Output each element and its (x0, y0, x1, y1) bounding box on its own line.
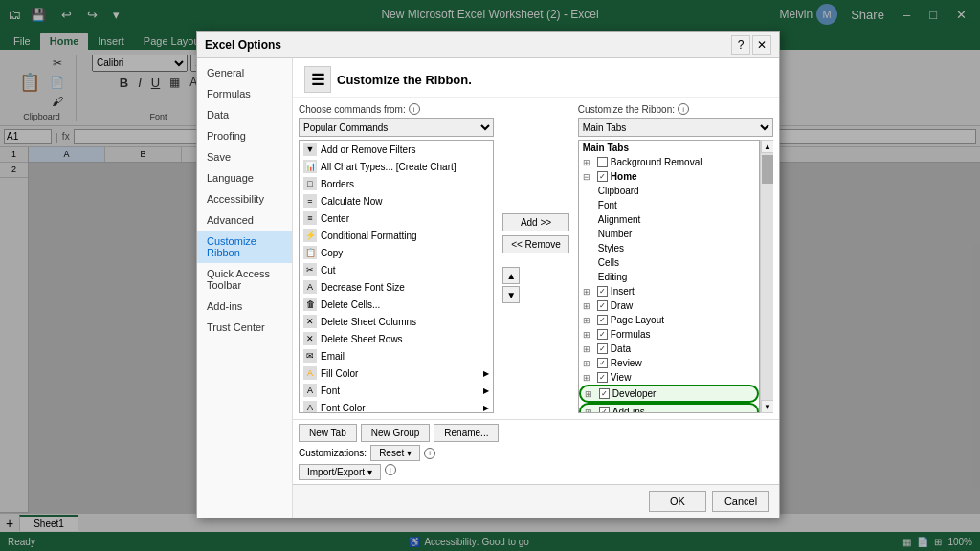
calc-icon: = (303, 194, 317, 208)
tree-draw[interactable]: ⊞ ✓ Draw (579, 298, 759, 313)
nav-accessibility[interactable]: Accessibility (197, 188, 292, 209)
tree-clipboard[interactable]: Clipboard (579, 184, 759, 198)
tree-background-removal[interactable]: ⊞ Background Removal (579, 155, 759, 169)
home-checkbox[interactable]: ✓ (597, 171, 608, 182)
nav-save[interactable]: Save (197, 146, 292, 167)
cmd-cut[interactable]: ✂ Cut (300, 261, 493, 278)
customizations-label: Customizations: (299, 448, 367, 458)
insert-checkbox[interactable]: ✓ (597, 286, 608, 297)
tree-developer[interactable]: ⊞ ✓ Developer (579, 385, 759, 403)
formulas-checkbox[interactable]: ✓ (597, 329, 608, 340)
tree-number[interactable]: Number (579, 227, 759, 241)
cmd-copy[interactable]: 📋 Copy (300, 244, 493, 261)
styles-tree-label: Styles (598, 243, 624, 253)
dialog-help-button[interactable]: ? (731, 35, 750, 55)
tree-cells[interactable]: Cells (579, 255, 759, 270)
view-checkbox[interactable]: ✓ (597, 372, 608, 383)
developer-checkbox[interactable]: ✓ (599, 388, 610, 399)
bottom-section: New Tab New Group Rename... Customizatio… (293, 419, 779, 484)
tree-formulas[interactable]: ⊞ ✓ Formulas (579, 327, 759, 342)
nav-formulas[interactable]: Formulas (197, 83, 292, 104)
developer-expand-icon: ⊞ (585, 389, 596, 399)
commands-dropdown[interactable]: Popular Commands All Commands Macros All… (299, 118, 494, 137)
nav-add-ins[interactable]: Add-ins (197, 296, 292, 317)
scrollbar-up-btn[interactable]: ▲ (761, 140, 773, 153)
chart-icon: 📊 (303, 160, 317, 173)
tree-add-ins[interactable]: ⊞ ✓ Add-ins (579, 403, 759, 413)
reset-info-icon[interactable]: i (424, 448, 435, 459)
formulas-expand-icon: ⊞ (583, 330, 594, 340)
nav-advanced[interactable]: Advanced (197, 209, 292, 231)
tree-page-layout[interactable]: ⊞ ✓ Page Layout (579, 313, 759, 327)
cmd-fill-color[interactable]: A Fill Color ▶ (300, 364, 493, 382)
new-group-button[interactable]: New Group (361, 424, 431, 442)
cancel-button[interactable]: Cancel (712, 491, 769, 512)
nav-language[interactable]: Language (197, 167, 292, 188)
cmd-font[interactable]: A Font ▶ (300, 382, 493, 399)
add-ins-checkbox[interactable]: ✓ (599, 407, 610, 413)
tree-review[interactable]: ⊞ ✓ Review (579, 356, 759, 370)
cmd-delete-sheet-columns[interactable]: ✕ Delete Sheet Columns (300, 313, 493, 330)
draw-expand-icon: ⊞ (583, 301, 594, 311)
scroll-down-button[interactable]: ▼ (502, 286, 520, 303)
nav-customize-ribbon[interactable]: Customize Ribbon (197, 231, 292, 263)
tree-alignment[interactable]: Alignment (579, 212, 759, 227)
scroll-up-button[interactable]: ▲ (502, 267, 520, 284)
cmd-center[interactable]: ≡ Center (300, 209, 493, 227)
review-checkbox[interactable]: ✓ (597, 358, 608, 368)
nav-quick-access-toolbar[interactable]: Quick Access Toolbar (197, 263, 292, 296)
cmd-decrease-font-size[interactable]: A Decrease Font Size (300, 278, 493, 296)
tree-styles[interactable]: Styles (579, 241, 759, 255)
nav-data[interactable]: Data (197, 104, 292, 125)
scroll-buttons: ▲ ▼ (502, 267, 569, 303)
ribbon-scrollbar: ▲ ▼ (760, 140, 773, 413)
import-export-button[interactable]: Import/Export ▾ (299, 464, 381, 480)
cmd-font-color[interactable]: A Font Color ▶ (300, 399, 493, 413)
developer-tree-label: Developer (612, 388, 657, 399)
data-checkbox[interactable]: ✓ (597, 343, 608, 354)
new-tab-button[interactable]: New Tab (299, 424, 357, 442)
tree-home[interactable]: ⊟ ✓ Home (579, 169, 759, 184)
dialog-title: Excel Options (205, 38, 281, 52)
draw-tree-label: Draw (611, 300, 633, 311)
tree-font[interactable]: Font (579, 198, 759, 212)
nav-proofing[interactable]: Proofing (197, 125, 292, 146)
cmd-calculate-now[interactable]: = Calculate Now (300, 192, 493, 209)
ribbon-info-icon[interactable]: i (678, 103, 689, 115)
tree-insert[interactable]: ⊞ ✓ Insert (579, 284, 759, 298)
ribbon-column: Customize the Ribbon: i Main Tabs Tool T… (578, 103, 773, 413)
commands-info-icon[interactable]: i (409, 103, 420, 115)
ribbon-dropdown[interactable]: Main Tabs Tool Tabs All Tabs (578, 118, 773, 137)
cmd-delete-cells[interactable]: 🗑 Delete Cells... (300, 296, 493, 313)
delete-rows-icon: ✕ (303, 332, 317, 345)
import-export-info-icon[interactable]: i (385, 464, 396, 475)
background-removal-checkbox[interactable] (597, 157, 608, 167)
dialog-close-button[interactable]: ✕ (752, 35, 771, 55)
draw-checkbox[interactable]: ✓ (597, 300, 608, 311)
cmd-conditional-formatting[interactable]: ⚡ Conditional Formatting (300, 227, 493, 244)
page-layout-expand-icon: ⊞ (583, 316, 594, 325)
cmd-delete-sheet-rows[interactable]: ✕ Delete Sheet Rows (300, 330, 493, 347)
tree-editing[interactable]: Editing (579, 270, 759, 284)
cells-tree-label: Cells (598, 257, 619, 268)
cmd-email[interactable]: ✉ Email (300, 347, 493, 364)
add-button[interactable]: Add >> (502, 213, 569, 231)
rename-button[interactable]: Rename... (434, 424, 499, 442)
cmd-all-chart-types[interactable]: 📊 All Chart Types... [Create Chart] (300, 158, 493, 175)
cmd-add-remove-filters[interactable]: ▼ Add or Remove Filters (300, 141, 493, 158)
remove-button[interactable]: << Remove (502, 235, 569, 253)
scrollbar-down-btn[interactable]: ▼ (761, 400, 773, 413)
ok-button[interactable]: OK (649, 491, 706, 512)
tree-view[interactable]: ⊞ ✓ View (579, 370, 759, 385)
number-tree-label: Number (598, 229, 633, 239)
nav-general[interactable]: General (197, 62, 292, 83)
tree-data[interactable]: ⊞ ✓ Data (579, 342, 759, 356)
insert-expand-icon: ⊞ (583, 287, 594, 297)
page-layout-checkbox[interactable]: ✓ (597, 315, 608, 325)
cmd-borders[interactable]: □ Borders (300, 175, 493, 192)
middle-buttons: Add >> << Remove ▲ ▼ (500, 103, 572, 413)
ribbon-list: Main Tabs ⊞ Background Removal ⊟ (578, 140, 760, 413)
dialog-title-bar: Excel Options ? ✕ (197, 32, 779, 58)
reset-button[interactable]: Reset ▾ (370, 445, 420, 461)
nav-trust-center[interactable]: Trust Center (197, 317, 292, 338)
